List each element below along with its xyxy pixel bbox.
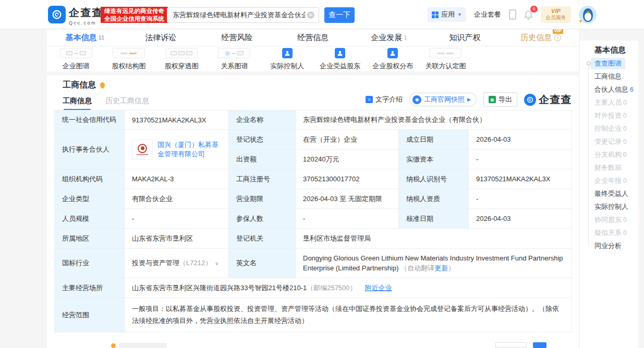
qcc-swirl-icon [51, 9, 63, 20]
export-label: 导出 [499, 95, 512, 104]
person-icon-wrap [376, 48, 409, 58]
enterprise-package-link[interactable]: 企业套餐 [474, 10, 501, 19]
qcc-watermark-icon [524, 94, 536, 106]
field-label: 出资额 [229, 150, 296, 169]
address-postal: （邮编257500） [307, 283, 356, 293]
sidebar-item-co-shareholders[interactable]: 协同股东0 [580, 213, 638, 226]
search-input[interactable] [167, 11, 307, 19]
sidebar-item-controlled-companies[interactable]: 控制企业0 [580, 122, 638, 135]
qcc-watermark-label: 企查查 [539, 93, 572, 107]
person-icon-wrap [271, 48, 303, 58]
tab-history-info[interactable]: VIP 历史信息 i [503, 30, 579, 46]
shortcut-equity-distribution[interactable]: 企业股权分布 [367, 48, 419, 71]
slogan-line1: 缔造有远见的商业传奇 [104, 7, 164, 15]
industry-cell: 投资与资产管理 （L7212） ∨ [125, 248, 229, 278]
sidebar-item-financial-data[interactable]: 财务数据 [580, 161, 638, 174]
apps-menu[interactable]: 应用 ▼ [428, 7, 466, 22]
english-name-cell: Dongying Glorious Green Lithium New Mate… [296, 248, 572, 278]
sidebar-list: 查查图谱 工商信息 合伙人信息6 主要人员0 对外投资0 控制企业0 变更记录0… [580, 57, 638, 252]
tab-intellectual-property[interactable]: 知识产权 [427, 30, 503, 46]
sidebar-item-label: 同业分析 [594, 241, 622, 251]
shortcut-label: 实际控制人 [270, 61, 304, 71]
tab-enterprise-dev[interactable]: 企业发展 1 [351, 30, 427, 46]
shortcut-actual-controller[interactable]: 实际控制人 [261, 48, 313, 71]
vip-service-button[interactable]: VIP 会员服务 [541, 6, 571, 23]
search-box: ✕ [167, 7, 319, 23]
tab-label: 知识产权 [449, 33, 480, 43]
mini-graph-thumbnail [218, 48, 250, 58]
arrow-right-icon: ▶ [467, 97, 471, 102]
tab-legal[interactable]: 法律诉讼 [123, 30, 199, 46]
vip-sub-label: 会员服务 [545, 14, 566, 21]
subtab-business-info[interactable]: 工商信息 [63, 96, 92, 106]
tab-operating-info[interactable]: 经营信息 [275, 30, 351, 46]
sidebar-title: 基本信息 [594, 45, 638, 55]
sidebar-item-count: 0 [623, 99, 627, 106]
field-label: 经营范围 [55, 298, 125, 332]
sidebar-item-change-records[interactable]: 变更记录0 [580, 135, 638, 148]
tab-label: 经营风险 [221, 33, 252, 43]
mobile-app-button[interactable] [509, 9, 516, 20]
field-label: 主要经营场所 [55, 278, 125, 298]
text-intro-button[interactable]: ≡ 文字介绍 [366, 95, 403, 104]
notifications-button[interactable]: 6 [524, 10, 533, 20]
nearby-companies-link[interactable]: 附近企业 [365, 283, 392, 293]
caret-down-icon: ▼ [457, 12, 462, 17]
tab-basic-info[interactable]: 基本信息 11 [47, 30, 123, 46]
shortcut-company-graph[interactable]: 企业图谱 [50, 48, 102, 71]
sidebar-item-label: 对外投资 [594, 111, 622, 120]
sidebar-item-partner-info[interactable]: 合伙人信息6 [580, 83, 638, 96]
address-cell: 山东省东营市垦利区兴隆街道园兴路33号智园21号楼210-1 （邮编257500… [125, 278, 572, 298]
vip-label: VIP [545, 8, 566, 14]
search-button[interactable]: 查一下 [324, 7, 355, 23]
sidebar-item-count: 0 [623, 151, 627, 158]
field-label: 英文名 [229, 248, 296, 278]
next-section-logo-partial [533, 342, 546, 348]
sidebar-item-actual-controller[interactable]: 实际控制人 [580, 200, 638, 213]
tab-count: 11 [99, 34, 105, 41]
shortcut-relationship-graph[interactable]: 关系图谱 [208, 48, 261, 71]
chevron-down-icon[interactable]: ∨ [215, 260, 218, 266]
brand-name: 企查查 [69, 6, 103, 20]
anchor-sidebar: 基本信息 查查图谱 工商信息 合伙人信息6 主要人员0 对外投资0 控制企业0 … [580, 41, 638, 348]
qcc-logo-icon[interactable] [48, 6, 66, 23]
address-value: 山东省东营市垦利区兴隆街道园兴路33号智园21号楼210-1 [132, 283, 307, 293]
partner-seal-icon [138, 144, 147, 153]
brand-block[interactable]: 企查查 Qcc.com [69, 6, 103, 26]
sidebar-item-outbound-investment[interactable]: 对外投资0 [580, 109, 638, 122]
tab-operating-risk[interactable]: 经营风险 [199, 30, 275, 46]
shortcut-equity-penetration[interactable]: 股权穿透图 [155, 48, 208, 71]
shortcut-equity-structure[interactable]: 股权结构图 [102, 48, 155, 71]
next-section-icon [111, 343, 116, 348]
apps-grid-icon [432, 11, 439, 18]
nav-card: 基本信息 11 法律诉讼 经营风险 经营信息 企业发展 1 知识产权 VIP 历… [47, 30, 579, 71]
managing-partner-link[interactable]: 国兴（厦门）私募基金管理有限公司 [157, 140, 221, 159]
credit-code-value: 91370521MAKA2KAL3X [125, 110, 229, 130]
official-snapshot-button[interactable]: ◉ 工商官网快照 ▶ [409, 93, 477, 106]
sidebar-item-ultimate-beneficiary[interactable]: 最终受益人 [580, 187, 638, 200]
field-label: 人员规模 [55, 209, 125, 229]
sidebar-item-peer-analysis[interactable]: 同业分析 [580, 239, 638, 252]
sidebar-item-key-personnel[interactable]: 主要人员0 [580, 96, 638, 109]
shortcut-beneficial-shareholder[interactable]: 企业受益股东 [313, 48, 366, 71]
sidebar-item-label: 合伙人信息 [594, 85, 628, 94]
export-button[interactable]: ▦ 导出 [483, 92, 517, 107]
sidebar-item-annual-report[interactable]: 企业年报0 [580, 174, 638, 187]
hot-flame-icon [100, 82, 105, 89]
sidebar-item-business-info[interactable]: 工商信息 [580, 70, 638, 83]
shortcut-related-party-graph[interactable]: 关联方认定图 [419, 48, 472, 71]
section-title: 工商信息 [63, 80, 96, 91]
translate-update-link[interactable]: 更新 [434, 264, 448, 272]
clear-icon[interactable]: ✕ [307, 11, 314, 19]
mini-graph-thumbnail [113, 48, 145, 58]
sidebar-item-chacha-graph[interactable]: 查查图谱 [580, 57, 638, 70]
sidebar-item-branches[interactable]: 分支机构0 [580, 148, 638, 161]
sidebar-item-suspected-relations[interactable]: 疑似关系0 [580, 226, 638, 239]
snapshot-label: 工商官网快照 [424, 95, 465, 104]
taxpayer-id-value: 91370521MAKA2KAL3X [469, 169, 572, 189]
section-header: 工商信息 [63, 80, 105, 91]
subtab-history-business-info[interactable]: 历史工商信息 [105, 96, 149, 106]
next-section-button-partial[interactable] [495, 342, 527, 348]
establish-date-value: 2026-04-03 [469, 130, 572, 150]
taxpayer-quality-value: - [469, 189, 572, 209]
